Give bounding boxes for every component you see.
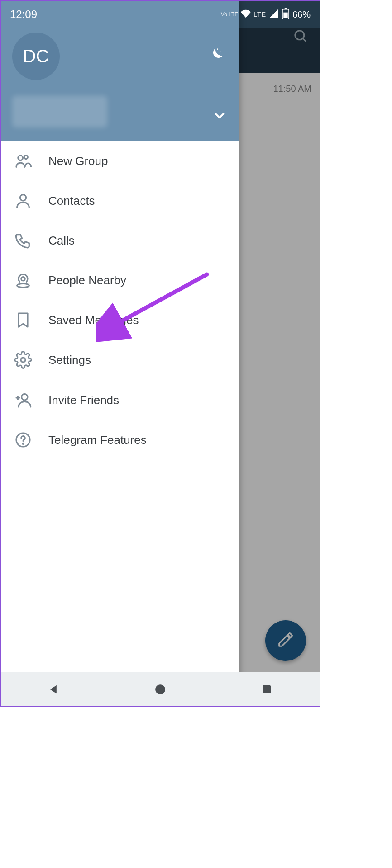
avatar[interactable]: DC bbox=[12, 33, 60, 80]
svg-point-4 bbox=[18, 156, 23, 160]
lte-label: LTE bbox=[253, 11, 266, 18]
svg-point-9 bbox=[21, 358, 25, 362]
phone-icon bbox=[12, 231, 34, 250]
menu-item-calls[interactable]: Calls bbox=[1, 221, 239, 260]
navigation-drawer: DC New GroupContactsCallsPeople NearbySa… bbox=[1, 1, 239, 706]
add-person-icon bbox=[12, 391, 34, 409]
battery-icon bbox=[282, 8, 290, 22]
menu-item-label: People Nearby bbox=[48, 274, 126, 288]
menu-item-people-nearby[interactable]: People Nearby bbox=[1, 260, 239, 300]
nearby-icon bbox=[12, 271, 34, 289]
avatar-initials: DC bbox=[23, 46, 49, 66]
status-bar: 12:09 Vo LTE LTE 66% bbox=[1, 1, 320, 28]
bookmark-icon bbox=[12, 311, 34, 329]
menu-item-settings[interactable]: Settings bbox=[1, 340, 239, 380]
volte-indicator: Vo LTE bbox=[221, 11, 238, 18]
menu-item-label: Settings bbox=[48, 353, 91, 367]
menu-item-label: Saved Messages bbox=[48, 313, 139, 327]
status-indicators: Vo LTE LTE 66% bbox=[221, 8, 311, 22]
svg-rect-16 bbox=[283, 12, 287, 18]
svg-point-14 bbox=[23, 443, 24, 444]
menu-item-label: Calls bbox=[48, 234, 75, 248]
menu-item-label: New Group bbox=[48, 154, 108, 168]
status-time: 12:09 bbox=[10, 8, 37, 21]
menu-item-label: Contacts bbox=[48, 194, 95, 208]
signal-icon bbox=[269, 9, 279, 21]
battery-percent: 66% bbox=[292, 9, 311, 20]
menu-item-label: Invite Friends bbox=[48, 393, 119, 407]
person-icon bbox=[12, 192, 34, 210]
menu-item-invite-friends[interactable]: Invite Friends bbox=[1, 380, 239, 420]
group-icon bbox=[12, 152, 34, 170]
svg-point-19 bbox=[155, 684, 165, 694]
svg-point-3 bbox=[220, 51, 220, 52]
nav-recents-button[interactable] bbox=[258, 680, 276, 698]
svg-point-2 bbox=[217, 48, 218, 50]
menu-item-label: Telegram Features bbox=[48, 433, 147, 447]
svg-point-10 bbox=[22, 394, 28, 400]
menu-item-new-group[interactable]: New Group bbox=[1, 141, 239, 181]
nav-back-button[interactable] bbox=[45, 680, 63, 698]
svg-point-5 bbox=[24, 156, 28, 159]
svg-rect-20 bbox=[263, 685, 271, 693]
system-navbar bbox=[1, 672, 320, 706]
svg-point-6 bbox=[20, 195, 26, 201]
svg-rect-17 bbox=[285, 8, 287, 9]
nav-home-button[interactable] bbox=[151, 680, 169, 698]
help-icon bbox=[12, 431, 34, 449]
menu-item-contacts[interactable]: Contacts bbox=[1, 181, 239, 221]
menu-item-telegram-features[interactable]: Telegram Features bbox=[1, 420, 239, 460]
night-mode-icon[interactable] bbox=[207, 46, 225, 66]
user-name-blurred bbox=[12, 96, 107, 127]
drawer-menu: New GroupContactsCallsPeople NearbySaved… bbox=[1, 141, 239, 706]
svg-point-7 bbox=[21, 277, 25, 281]
gear-icon bbox=[12, 351, 34, 369]
account-dropdown-button[interactable] bbox=[212, 108, 227, 125]
wifi-icon bbox=[241, 9, 251, 21]
svg-point-8 bbox=[17, 284, 29, 288]
menu-item-saved-messages[interactable]: Saved Messages bbox=[1, 300, 239, 340]
